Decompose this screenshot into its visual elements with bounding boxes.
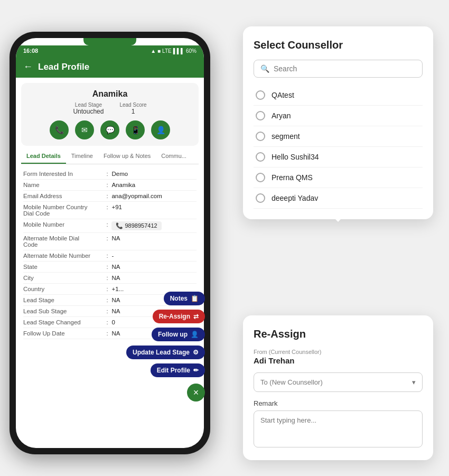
action-icons-row: 📞 ✉ 💬 📱 👤 [27, 120, 192, 139]
counsellor-item[interactable]: deeepti Yadav [254, 188, 423, 209]
chat-button[interactable]: 💬 [100, 120, 119, 139]
status-icons: ▲ ■ LTE ▌▌▌ 60% [151, 48, 197, 54]
followup-button[interactable]: Follow up 👤 [152, 328, 204, 341]
status-bar: 16:08 ▲ ■ LTE ▌▌▌ 60% [16, 45, 204, 56]
call-button[interactable]: 📞 [50, 120, 69, 139]
notes-button[interactable]: Notes 📋 [164, 292, 204, 305]
profile-card: Anamika Lead Stage Untouched Lead Score … [21, 83, 199, 146]
tab-timeline[interactable]: Timeline [66, 149, 98, 164]
radio-circle [256, 173, 265, 182]
lead-score-value: 1 [119, 108, 146, 115]
counsellor-name: Hello Sushil34 [272, 153, 319, 161]
top-bar: ← Lead Profile [16, 56, 204, 78]
profile-meta: Lead Stage Untouched Lead Score 1 [27, 102, 192, 115]
photo-icon: ■ [157, 48, 161, 54]
remark-textarea[interactable] [254, 410, 423, 447]
chevron-down-icon: ▾ [412, 378, 416, 386]
counsellor-name: Aryan [272, 111, 291, 120]
phone-screen: 16:08 ▲ ■ LTE ▌▌▌ 60% ← Lead Profile Ana… [16, 38, 204, 448]
battery-icon: 60% [186, 48, 197, 54]
detail-form-interested: Form Interested In : Demo [23, 169, 197, 180]
counsellor-item[interactable]: Hello Sushil34 [254, 147, 423, 167]
counsellor-item[interactable]: segment [254, 126, 423, 147]
detail-state: State : NA [23, 262, 197, 273]
mobile-number-box: 📞 9898957412 [111, 221, 161, 230]
tab-lead-details[interactable]: Lead Details [21, 149, 66, 164]
search-box[interactable]: 🔍 [254, 60, 423, 78]
phone-notch [83, 38, 136, 45]
reassign-icon: ⇄ [193, 313, 199, 320]
detail-dial-code: Mobile Number CountryDial Code : +91 [23, 202, 197, 219]
counsellor-name: segment [272, 132, 300, 141]
signal-icon: ▌▌▌ [173, 48, 184, 54]
reassign-label: Re-Assign [159, 313, 190, 320]
page-title: Lead Profile [38, 62, 89, 72]
detail-mobile: Mobile Number : 📞 9898957412 [23, 219, 197, 233]
counsellor-list: QAtest Aryan segment Hello Sushil34 Prer… [254, 85, 423, 209]
tabs-bar: Lead Details Timeline Follow up & Notes … [21, 149, 199, 164]
search-input[interactable] [274, 64, 416, 73]
remark-label: Remark [254, 399, 423, 407]
alarm-icon: ▲ [151, 48, 156, 54]
to-counsellor-placeholder: To (New Counsellor) [260, 378, 323, 386]
radio-circle [256, 132, 265, 141]
update-icon: ⚙ [193, 349, 199, 356]
close-fab-button[interactable]: × [187, 384, 204, 402]
phone-device: 16:08 ▲ ■ LTE ▌▌▌ 60% ← Lead Profile Ana… [10, 32, 210, 454]
detail-alt-mobile: Alternate Mobile Number : - [23, 250, 197, 262]
to-counsellor-dropdown[interactable]: To (New Counsellor) ▾ [254, 372, 423, 392]
edit-label: Edit Profile [157, 367, 190, 374]
tab-communication[interactable]: Commu... [156, 149, 192, 164]
followup-label: Follow up [158, 331, 188, 338]
edit-icon: ✏ [193, 367, 199, 374]
profile-name: Anamika [27, 89, 192, 99]
detail-alt-dial: Alternate Mobile DialCode : NA [23, 233, 197, 250]
notes-icon: 📋 [191, 295, 199, 302]
select-counsellor-title: Select Counsellor [254, 39, 423, 51]
from-label: From (Current Counsellor) [254, 349, 423, 355]
update-label: Update Lead Stage [133, 349, 190, 356]
reassign-title: Re-Assign [254, 328, 423, 340]
whatsapp-button[interactable]: 📱 [126, 120, 145, 139]
search-icon: 🔍 [260, 64, 269, 73]
float-buttons: Notes 📋 Re-Assign ⇄ Follow up 👤 Update L… [126, 292, 204, 402]
counsellor-item[interactable]: Aryan [254, 106, 423, 126]
edit-profile-button[interactable]: Edit Profile ✏ [151, 363, 204, 377]
lead-score-item: Lead Score 1 [119, 102, 146, 115]
counsellor-item[interactable]: QAtest [254, 85, 423, 106]
lead-score-label: Lead Score [119, 102, 146, 108]
lead-stage-item: Lead Stage Untouched [73, 102, 104, 115]
counsellor-item[interactable]: Prerna QMS [254, 167, 423, 188]
radio-circle [256, 152, 265, 162]
status-time: 16:08 [23, 48, 38, 54]
detail-name: Name : Anamika [23, 180, 197, 191]
detail-city: City : NA [23, 273, 197, 284]
counsellor-name: Prerna QMS [272, 173, 313, 182]
radio-circle [256, 193, 265, 203]
counsellor-name: deeepti Yadav [272, 194, 318, 202]
lead-stage-label: Lead Stage [73, 102, 104, 108]
lead-stage-value: Untouched [73, 108, 104, 115]
reassign-panel: Re-Assign From (Current Counsellor) Adi … [243, 315, 433, 460]
profile-button[interactable]: 👤 [151, 120, 170, 139]
followup-icon: 👤 [191, 331, 199, 338]
detail-email: Email Address : ana@yopmail.com [23, 191, 197, 202]
email-button[interactable]: ✉ [75, 120, 94, 139]
select-counsellor-panel: Select Counsellor 🔍 QAtest Aryan segment… [243, 26, 433, 219]
notes-label: Notes [170, 295, 188, 302]
reassign-button[interactable]: Re-Assign ⇄ [153, 310, 204, 323]
radio-circle [256, 90, 265, 100]
tab-followup-notes[interactable]: Follow up & Notes [98, 149, 156, 164]
from-value: Adi Trehan [254, 356, 423, 365]
counsellor-name: QAtest [272, 91, 294, 99]
network-icon: LTE [162, 48, 172, 54]
update-lead-stage-button[interactable]: Update Lead Stage ⚙ [126, 346, 204, 359]
back-button[interactable]: ← [23, 61, 33, 72]
radio-circle [256, 111, 265, 120]
